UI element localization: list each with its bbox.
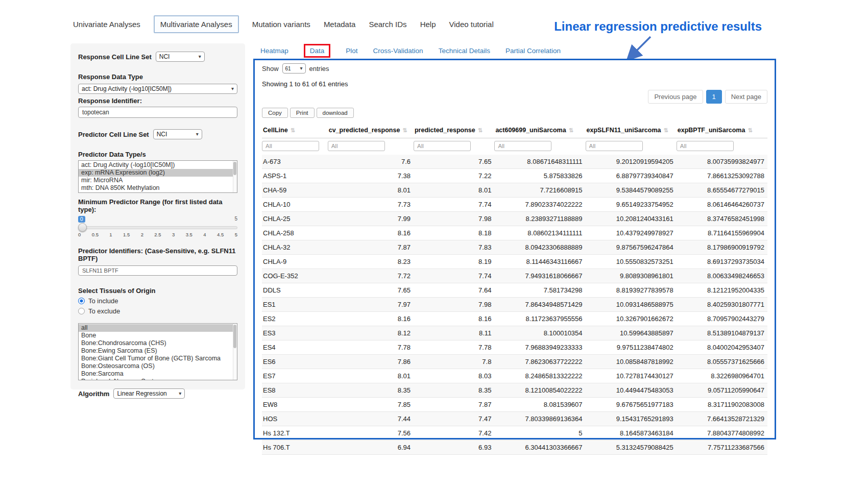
scrollbar-thumb[interactable]	[233, 325, 236, 348]
list-option-act-drug-activity-log10-ic50m[interactable]: act: Drug Activity (-log10[IC50M])	[79, 161, 237, 169]
scrollbar[interactable]	[233, 324, 237, 380]
nav-item-help[interactable]: Help	[420, 16, 436, 32]
scrollbar-thumb[interactable]	[233, 162, 236, 175]
cell-value: 7.38	[328, 169, 414, 183]
list-option-mth-dna-850k-methylation[interactable]: mth: DNA 850K Methylation	[79, 184, 237, 192]
list-option-bone-sarcoma[interactable]: Bone:Sarcoma	[79, 370, 237, 378]
scrollbar[interactable]	[233, 161, 237, 192]
list-option-mir-microrna[interactable]: mir: MicroRNA	[79, 177, 237, 184]
filter-input-cv-predicted-response[interactable]	[328, 141, 385, 151]
radio-to-exclude[interactable]: To exclude	[78, 307, 237, 315]
column-header-cv-predicted-response[interactable]: cv_predicted_response⇅	[328, 123, 414, 138]
cell-value: 8.24865813322222	[494, 369, 585, 383]
cell-value: 7.66413528721329	[677, 412, 767, 426]
cell-value: 10.0931486588975	[586, 298, 677, 312]
cell-value: 8.18	[414, 226, 494, 240]
cell-value: 9.65149233754952	[586, 198, 677, 212]
tab-plot[interactable]: Plot	[346, 44, 357, 57]
filter-input-predicted-response[interactable]	[414, 141, 471, 151]
page-number-button[interactable]: 1	[706, 90, 722, 104]
list-option-bone-giant-cell-tumor-of-bone-gctb-sarcoma[interactable]: Bone:Giant Cell Tumor of Bone (GCTB) Sar…	[79, 355, 237, 362]
radio-button-icon[interactable]	[78, 308, 85, 314]
filter-input-act609699-unisarcoma[interactable]	[494, 141, 551, 151]
column-header-predicted-response[interactable]: predicted_response⇅	[414, 123, 494, 138]
predictor-cell-line-set-select[interactable]: NCI ▾	[153, 129, 202, 139]
tab-cross-validation[interactable]: Cross-Validation	[373, 44, 423, 57]
radio-to-include[interactable]: To include	[78, 297, 237, 305]
chevron-down-icon: ▾	[199, 54, 201, 59]
column-label: expBPTF_uniSarcoma	[678, 127, 745, 134]
print-button[interactable]: Print	[290, 108, 315, 118]
sort-icon[interactable]: ⇅	[291, 127, 295, 133]
list-option-bone-ewing-sarcoma-es[interactable]: Bone:Ewing Sarcoma (ES)	[79, 347, 237, 355]
cell-value: 7.96883949233333	[494, 340, 585, 355]
sort-icon[interactable]: ⇅	[569, 127, 573, 133]
predictor-identifiers-input[interactable]	[78, 265, 237, 276]
algorithm-select[interactable]: Linear Regression ▾	[113, 388, 185, 399]
nav-item-search-ids[interactable]: Search IDs	[369, 16, 406, 32]
slider-tick-label: 5	[235, 232, 237, 237]
cell-value: 9.20120919594205	[586, 155, 677, 169]
response-cell-line-set-select[interactable]: NCI ▾	[156, 52, 205, 62]
previous-page-button[interactable]: Previous page	[648, 90, 703, 104]
slider-handle[interactable]	[78, 223, 87, 232]
nav-item-mutation-variants[interactable]: Mutation variants	[252, 16, 310, 32]
cell-value: 8.31711902083008	[677, 398, 767, 412]
min-predictor-range-label: Minimum Predictor Range (for first liste…	[78, 198, 237, 213]
nav-item-video-tutorial[interactable]: Video tutorial	[449, 16, 493, 32]
download-button[interactable]: download	[317, 108, 354, 118]
nav-item-univariate-analyses[interactable]: Univariate Analyses	[73, 16, 140, 32]
list-option-exp-mrna-expression-log2[interactable]: exp: mRNA Expression (log2)	[79, 169, 237, 177]
copy-button[interactable]: Copy	[262, 108, 288, 118]
table-row: ES67.867.87.8623063772222210.08584878189…	[262, 355, 767, 369]
radio-button-icon[interactable]	[78, 298, 85, 304]
list-option-bone[interactable]: Bone	[79, 332, 237, 339]
tissue-list[interactable]: allBoneBone:Chondrosarcoma (CHS)Bone:Ewi…	[78, 323, 237, 380]
sort-icon[interactable]: ⇅	[748, 127, 752, 133]
column-header-expslfn11-unisarcoma[interactable]: expSLFN11_uniSarcoma⇅	[586, 123, 677, 138]
cell-line-name: A-673	[262, 155, 328, 169]
cell-value: 7.72	[328, 269, 414, 283]
filter-input-cellline[interactable]	[262, 141, 319, 151]
nav-item-metadata[interactable]: Metadata	[324, 16, 356, 32]
list-option-peripheral-nervous-system[interactable]: Peripheral_Nervous_System	[79, 378, 237, 380]
tab-data[interactable]: Data	[304, 44, 331, 58]
column-header-expbptf-unisarcoma[interactable]: expBPTF_uniSarcoma⇅	[677, 123, 767, 138]
filter-input-expbptf-unisarcoma[interactable]	[677, 141, 734, 151]
entries-select[interactable]: 61 ▾	[282, 63, 306, 74]
response-data-type-select[interactable]: act: Drug Activity (-log10[IC50M]) ▾	[78, 84, 237, 94]
tab-technical-details[interactable]: Technical Details	[439, 44, 490, 57]
column-header-act609699-unisarcoma[interactable]: act609699_uniSarcoma⇅	[494, 123, 585, 138]
slider-track[interactable]	[78, 226, 237, 229]
nav-item-multivariate-analyses[interactable]: Multivariate Analyses	[154, 15, 239, 33]
predictor-data-type-list[interactable]: act: Drug Activity (-log10[IC50M])exp: m…	[78, 160, 237, 193]
next-page-button[interactable]: Next page	[725, 90, 767, 104]
slider-tick-label: 4	[203, 232, 206, 237]
cell-value: 8.40259301807771	[677, 298, 767, 312]
column-header-cellline[interactable]: CellLine⇅	[262, 123, 328, 138]
sort-icon[interactable]: ⇅	[663, 127, 668, 133]
predictor-cell-line-set-label: Predictor Cell Line Set	[78, 131, 149, 138]
list-option-bone-chondrosarcoma-chs[interactable]: Bone:Chondrosarcoma (CHS)	[79, 339, 237, 347]
response-identifier-input[interactable]	[78, 107, 237, 118]
results-table: CellLine⇅cv_predicted_response⇅predicted…	[262, 123, 767, 455]
column-label: act609699_uniSarcoma	[495, 127, 566, 134]
list-option-bone-osteosarcoma-os[interactable]: Bone:Osteosarcoma (OS)	[79, 362, 237, 370]
slider-max-label: 5	[234, 216, 237, 222]
tab-partial-correlation[interactable]: Partial Correlation	[505, 44, 561, 57]
sort-icon[interactable]: ⇅	[478, 127, 483, 133]
list-option-all[interactable]: all	[79, 324, 237, 332]
cell-value: 7.74	[414, 269, 494, 283]
cell-value: 8.00633498246653	[677, 269, 767, 283]
filter-cell	[586, 138, 677, 155]
cell-value: 8.08602134111111	[494, 226, 585, 240]
cell-value: 9.87567596247864	[586, 240, 677, 255]
table-row: CHLA-257.997.988.2389327118888910.208124…	[262, 212, 767, 226]
slider-tick-label: 0.5	[92, 232, 99, 237]
sort-icon[interactable]: ⇅	[402, 127, 407, 133]
tab-heatmap[interactable]: Heatmap	[260, 44, 288, 57]
min-range-slider[interactable]: 0 5 00.511.522.533.544.55	[78, 217, 237, 242]
filter-input-expslfn11-unisarcoma[interactable]	[586, 141, 643, 151]
tissue-origin-label: Select Tissue/s of Origin	[78, 287, 237, 295]
cell-value: 10.599643885897	[586, 326, 677, 340]
